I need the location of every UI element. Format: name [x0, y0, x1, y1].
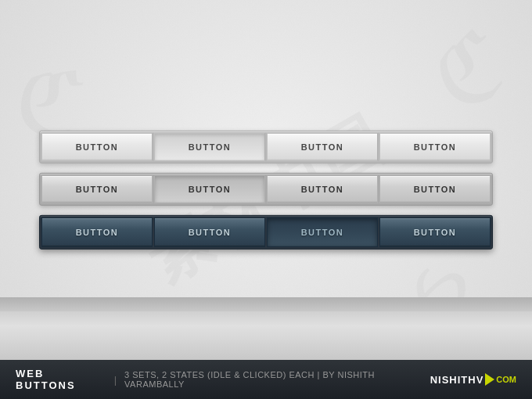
button-sets-container: BUTTON BUTTON BUTTON BUTTON BUTTON BUTTO…	[39, 131, 493, 250]
btn-light-3[interactable]: BUTTON	[267, 133, 378, 161]
btn-mid-3[interactable]: BUTTON	[267, 175, 378, 203]
footer-logo: NISHITHV COM	[430, 373, 516, 386]
btn-mid-2-active[interactable]: BUTTON	[154, 175, 265, 203]
btn-dark-4[interactable]: BUTTON	[379, 217, 491, 247]
decorative-swirl-1: ℭ	[419, 8, 517, 132]
button-row-mid: BUTTON BUTTON BUTTON BUTTON	[39, 173, 493, 206]
logo-com-text: COM	[496, 375, 516, 384]
btn-dark-3-active[interactable]: BUTTON	[267, 217, 378, 247]
btn-dark-1[interactable]: BUTTON	[41, 217, 153, 247]
logo-name-text: NISHITHV	[430, 374, 484, 386]
btn-dark-2[interactable]: BUTTON	[154, 217, 265, 247]
shelf-surface	[0, 311, 532, 360]
btn-light-4[interactable]: BUTTON	[379, 133, 491, 161]
btn-mid-1[interactable]: BUTTON	[41, 175, 153, 203]
btn-light-2-active[interactable]: BUTTON	[154, 133, 265, 161]
btn-light-1[interactable]: BUTTON	[41, 133, 153, 161]
shelf-shadow	[0, 297, 532, 311]
footer-title: WEB BUTTONS	[16, 368, 106, 391]
button-row-light: BUTTON BUTTON BUTTON BUTTON	[39, 131, 493, 164]
logo-arrow-icon	[485, 373, 494, 386]
footer-description: 3 SETS, 2 STATES (IDLE & CLICKED) EACH |…	[124, 370, 430, 389]
button-row-dark: BUTTON BUTTON BUTTON BUTTON	[39, 215, 493, 250]
footer-separator: |	[114, 374, 117, 386]
main-background: 素材中国 ℭ ℘ ℭ BUTTON BUTTON BUTTON BUTTON B…	[0, 0, 532, 399]
footer-bar: WEB BUTTONS | 3 SETS, 2 STATES (IDLE & C…	[0, 360, 532, 399]
btn-mid-4[interactable]: BUTTON	[379, 175, 491, 203]
